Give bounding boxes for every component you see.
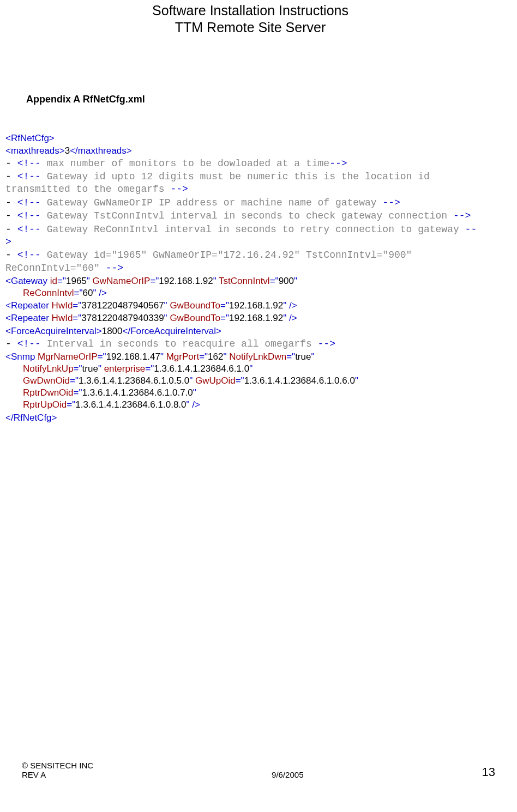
gw-gw-attr: GwNameOrIP <box>90 276 151 286</box>
r2-hw-attr: HwId <box>49 313 73 323</box>
c5-text: Gateway ReConnIntvl interval in seconds … <box>41 224 465 235</box>
comment-6: - <!-- Gateway id="1965" GwNameOrIP="172… <box>5 249 495 275</box>
eq22: = <box>220 300 226 311</box>
c4-text: Gateway TstConnIntvl interval in seconds… <box>41 210 453 221</box>
c6-text: Gateway id="1965" GwNameOrIP="172.16.24.… <box>5 250 412 273</box>
eq46: = <box>70 375 75 386</box>
snmp-nld-attr: NotifyLnkDwn <box>227 352 287 362</box>
q45b: " <box>249 363 253 374</box>
r2-gw-attr: GwBoundTo <box>167 313 220 323</box>
snmp-mgrport-attr: MgrPort <box>164 352 199 362</box>
c5-open: <!-- <box>17 224 41 235</box>
snmp-gwup-val: 1.3.6.1.4.1.23684.6.1.0.6.0 <box>244 375 355 386</box>
c3-dash: - <box>5 197 11 208</box>
gw-id-val: 1965 <box>66 276 87 286</box>
c4-dash: - <box>5 210 11 221</box>
gw-gw-val: 192.168.1.92 <box>159 276 213 286</box>
eq44: = <box>74 363 79 374</box>
c7-open: <!-- <box>17 338 41 349</box>
snmp-nld-val: true <box>295 352 311 362</box>
snmp-open: <Snmp <box>5 352 35 362</box>
r2-hw-val: 3781220487940339 <box>81 313 164 323</box>
c2-text: Gateway id upto 12 digits must be numeri… <box>5 171 430 195</box>
page-footer: © SENSITECH INC REV A 9/6/2005 13 <box>0 761 517 785</box>
snmp-close: /> <box>190 399 200 410</box>
snmp-mgrname-attr: MgrNameOrIP <box>35 352 97 362</box>
snmp-ent-attr: enterprise <box>101 363 145 374</box>
eq11: = <box>57 276 63 286</box>
c6-open: <!-- <box>17 250 41 260</box>
maxthreads-open: <maxthreads> <box>5 146 65 156</box>
c6-dash: - <box>5 250 11 260</box>
comment-1: - <!-- max number of monitors to be dowl… <box>5 157 495 170</box>
eq49: = <box>67 399 72 410</box>
maxthreads-val: 3 <box>65 146 70 156</box>
eq48: = <box>74 387 79 398</box>
root-close: </RfNetCfg> <box>5 412 495 424</box>
r1-hw-val: 3781220487940567 <box>81 300 164 311</box>
gw-open: <Gateway <box>5 276 47 286</box>
c7-text: Interval in seconds to reacquire all ome… <box>41 338 318 349</box>
footer-page: 13 <box>482 765 495 779</box>
snmp-gwdn-attr: GwDwnOid <box>23 375 70 386</box>
eq31: = <box>73 313 78 323</box>
r1-hw-attr: HwId <box>49 300 73 311</box>
comment-5: - <!-- Gateway ReConnIntvl interval in s… <box>5 223 495 249</box>
gw-close: /> <box>97 288 107 298</box>
snmp-nlu-val: true <box>82 363 98 374</box>
snmp-nlu-attr: NotifyLnkUp <box>23 363 74 374</box>
snmp-rpdn-val: 1.3.6.1.4.1.23684.6.1.0.7.0 <box>82 387 193 398</box>
c6-close: --> <box>106 263 123 274</box>
comment-7: - <!-- Interval in seconds to reacquire … <box>5 338 495 350</box>
eq43: = <box>286 352 292 362</box>
eq14: = <box>74 288 80 298</box>
comment-4: - <!-- Gateway TstConnIntvl interval in … <box>5 210 495 222</box>
fai-line: <ForceAcquireInterval>1800</ForceAcquire… <box>5 325 495 337</box>
eq12: = <box>150 276 155 286</box>
repeater1-line: <Repeater HwId="3781220487940567" GwBoun… <box>5 300 495 312</box>
snmp-line: <Snmp MgrNameOrIP="192.168.1.47" MgrPort… <box>5 351 495 411</box>
page-header: Software Installation Instructions TTM R… <box>5 0 495 37</box>
snmp-rpup-val: 1.3.6.1.4.1.23684.6.1.0.8.0 <box>75 399 186 410</box>
c2-dash: - <box>5 171 11 182</box>
appendix-heading: Appendix A RfNetCfg.xml <box>26 94 495 105</box>
maxthreads-close: </maxthreads> <box>70 146 131 156</box>
root-open: <RfNetCfg> <box>5 132 495 144</box>
c3-text: Gateway GwNameOrIP IP address or machine… <box>41 197 383 208</box>
c1-text: max number of monitors to be dowloaded a… <box>41 158 329 169</box>
gateway-line: <Gateway id="1965" GwNameOrIP="192.168.1… <box>5 275 495 299</box>
eq32: = <box>220 313 226 323</box>
comment-3: - <!-- Gateway GwNameOrIP IP address or … <box>5 197 495 209</box>
comment-2: - <!-- Gateway id upto 12 digits must be… <box>5 171 495 196</box>
snmp-gwup-attr: GwUpOid <box>193 375 235 386</box>
gw-tst-val: 900 <box>279 276 294 286</box>
eq13: = <box>270 276 275 286</box>
gw-tst-attr: TstConnIntvl <box>217 276 270 286</box>
c5-dash: - <box>5 224 11 235</box>
fai-val: 1800 <box>102 326 123 336</box>
gw-re-val: 60 <box>83 288 93 298</box>
r1-gw-attr: GwBoundTo <box>167 300 220 311</box>
c1-open: <!-- <box>17 158 41 169</box>
eq42: = <box>199 352 205 362</box>
c4-open: <!-- <box>17 210 41 221</box>
r1-open: <Repeater <box>5 300 49 311</box>
c2-close: --> <box>170 184 188 195</box>
snmp-mgrname-val: 192.168.1.47 <box>106 352 160 362</box>
r1-close: /> <box>286 300 297 311</box>
eq21: = <box>73 300 78 311</box>
fai-open: <ForceAcquireInterval> <box>5 326 102 336</box>
footer-date: 9/6/2005 <box>272 770 303 779</box>
c1-close: --> <box>329 158 347 169</box>
c7-close: --> <box>318 338 335 349</box>
q43b: " <box>311 352 314 362</box>
eq41: = <box>98 352 103 362</box>
snmp-rpup-attr: RptrUpOid <box>23 399 67 410</box>
q13b: " <box>294 276 297 286</box>
c1-dash: - <box>5 158 11 169</box>
snmp-ent-val: 1.3.6.1.4.1.23684.6.1.0 <box>154 363 249 374</box>
maxthreads-line: <maxthreads>3</maxthreads> <box>5 145 495 157</box>
c2-open: <!-- <box>17 171 41 182</box>
footer-rev: REV A <box>22 770 46 779</box>
r2-close: /> <box>286 313 297 323</box>
